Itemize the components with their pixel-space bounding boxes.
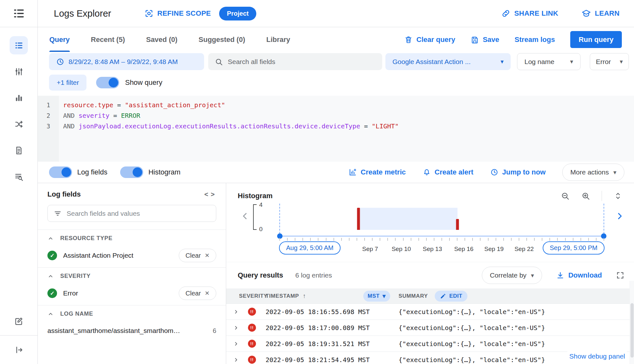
expand-row-icon[interactable] [233, 341, 248, 347]
tab-query[interactable]: Query [49, 27, 80, 52]
query-code-line[interactable]: AND jsonPayload.executionLog.executionRe… [63, 121, 634, 132]
expand-row-icon[interactable] [233, 309, 248, 315]
sidebar-item-logs-explorer[interactable] [10, 36, 28, 54]
log-fields-search-input[interactable] [67, 210, 210, 217]
clear-severity-filter-button[interactable]: Clear ✕ [179, 287, 216, 300]
editor-code[interactable]: resource.type = "assistant_action_projec… [59, 96, 634, 162]
log-entry-row[interactable]: !!2022-09-05 18:17:00.089 MST{"execution… [226, 320, 634, 336]
chevron-right-icon [615, 211, 624, 221]
zoom-in-button[interactable] [581, 191, 590, 200]
log-search-icon [14, 172, 24, 182]
column-severity[interactable]: SEVERITY [233, 293, 266, 299]
clear-resource-filter-button[interactable]: Clear ✕ [179, 249, 216, 262]
learn-icon [581, 9, 591, 18]
histogram-toggle[interactable] [120, 166, 143, 178]
time-range-filter[interactable]: 8/29/22, 8:48 AM – 9/29/22, 9:48 AM [49, 53, 204, 70]
sidebar-item-log-analytics[interactable] [10, 167, 28, 186]
search-all-fields-input[interactable] [228, 58, 376, 66]
project-scope-badge[interactable]: Project [219, 7, 256, 20]
range-start-label[interactable]: Aug 29, 5:00 AM [279, 241, 341, 255]
histogram-range-slider[interactable] [280, 236, 604, 237]
expand-panel-icon [14, 345, 24, 355]
query-results-header: Query results 6 log entries Correlate by… [226, 262, 634, 288]
histogram-bar[interactable] [456, 219, 459, 230]
correlate-by-button[interactable]: Correlate by ▾ [482, 267, 542, 284]
expand-nav-button[interactable] [10, 341, 28, 359]
log-fields-toggle[interactable] [49, 166, 72, 178]
histogram-plot[interactable] [280, 204, 604, 230]
learn-button[interactable]: LEARN [581, 9, 620, 18]
fullscreen-button[interactable] [616, 271, 624, 279]
log-summary: {"executionLog":{…}, "locale":"en-US"} [399, 308, 634, 316]
histogram-prev-button[interactable] [240, 211, 250, 222]
sidebar-item-logs-router[interactable] [10, 115, 28, 133]
x-axis-label: Sep 22 [515, 246, 534, 253]
tab-recent[interactable]: Recent (5) [80, 27, 136, 52]
resource-filter-dropdown[interactable]: Google Assistant Action ... ▾ [385, 53, 511, 70]
run-query-button[interactable]: Run query [570, 31, 622, 48]
section-resource-type[interactable]: RESOURCE TYPE [38, 230, 226, 247]
column-timestamp[interactable]: TIMESTAMP ↑ MST ▾ [266, 291, 399, 302]
stream-logs-button[interactable]: Stream logs [515, 36, 555, 44]
slider-tick [488, 238, 489, 241]
tab-saved[interactable]: Saved (0) [136, 27, 188, 52]
log-timestamp: 2022-09-05 18:17:00.089 MST [266, 324, 399, 332]
slider-tick [457, 238, 457, 241]
range-end-label[interactable]: Sep 29, 5:00 PM [543, 241, 605, 255]
show-query-toggle[interactable] [96, 77, 119, 88]
log-entry-row[interactable]: !!2022-09-05 18:19:31.521 MST{"execution… [226, 336, 634, 352]
save-button[interactable]: Save [471, 36, 499, 44]
x-axis-label: Sep 19 [484, 246, 504, 253]
log-fields-search[interactable] [47, 205, 216, 222]
tab-library[interactable]: Library [256, 27, 301, 52]
sidebar-item-release-notes[interactable] [10, 312, 28, 330]
add-filter-button[interactable]: +1 filter [49, 75, 86, 91]
show-debug-panel-link[interactable]: Show debug panel [567, 351, 627, 361]
edit-summary-button[interactable]: EDIT [435, 291, 467, 302]
download-button[interactable]: Download [556, 271, 602, 279]
severity-filter-dropdown[interactable]: Error ▾ [590, 53, 629, 70]
query-code-line[interactable]: resource.type = "assistant_action_projec… [63, 100, 634, 110]
clock-icon [56, 58, 64, 66]
create-metric-button[interactable]: Create metric [349, 168, 406, 176]
expand-histogram-button[interactable] [613, 191, 622, 200]
close-icon: ✕ [205, 252, 210, 259]
column-summary: SUMMARY EDIT [399, 291, 634, 302]
slider-tick [604, 238, 604, 241]
search-all-fields[interactable] [208, 53, 382, 70]
bar-chart-icon [14, 93, 24, 103]
log-name-filter-dropdown[interactable]: Log name ▾ [517, 53, 580, 70]
slider-tick [441, 238, 442, 241]
tab-suggested[interactable]: Suggested (0) [188, 27, 256, 52]
log-entries-count: 6 log entries [295, 271, 332, 279]
timezone-dropdown[interactable]: MST ▾ [363, 291, 390, 302]
scrollbar-thumb[interactable] [630, 303, 634, 358]
zoom-out-button[interactable] [561, 191, 570, 200]
refine-scope-button[interactable]: REFINE SCOPE [144, 9, 211, 18]
clear-query-button[interactable]: Clear query [404, 36, 455, 44]
jump-to-now-button[interactable]: Jump to now [490, 168, 546, 176]
query-editor[interactable]: 123 resource.type = "assistant_action_pr… [38, 96, 634, 162]
query-token: = [360, 122, 372, 130]
more-actions-button[interactable]: More actions ▾ [562, 164, 624, 181]
histogram-bar[interactable] [357, 208, 360, 230]
log-entry-row[interactable]: !!2022-09-05 18:16:55.698 MST{"execution… [226, 304, 634, 320]
logs-explorer-logo[interactable] [0, 0, 37, 27]
share-link-button[interactable]: SHARE LINK [501, 9, 558, 18]
section-severity[interactable]: SEVERITY [38, 267, 226, 285]
error-severity-icon: !! [248, 356, 256, 364]
log-name-value-row[interactable]: assistant_smarthome/assistant_smarthom… … [38, 322, 226, 339]
create-alert-button[interactable]: Create alert [423, 168, 473, 176]
sidebar-item-logs-storage[interactable] [10, 141, 28, 159]
sidebar-item-logs-dashboard[interactable] [10, 62, 28, 81]
download-icon [556, 271, 564, 279]
sidebar-item-log-based-metrics[interactable] [10, 89, 28, 107]
section-log-name[interactable]: LOG NAME [38, 305, 226, 322]
collapse-log-fields-icon[interactable]: < > [204, 190, 215, 198]
scrollbar[interactable] [630, 281, 634, 364]
query-code-line[interactable]: AND severity = ERROR [63, 110, 634, 121]
histogram-next-button[interactable] [615, 211, 624, 222]
slider-tick [411, 238, 411, 241]
expand-row-icon[interactable] [233, 357, 248, 363]
expand-row-icon[interactable] [233, 325, 248, 331]
